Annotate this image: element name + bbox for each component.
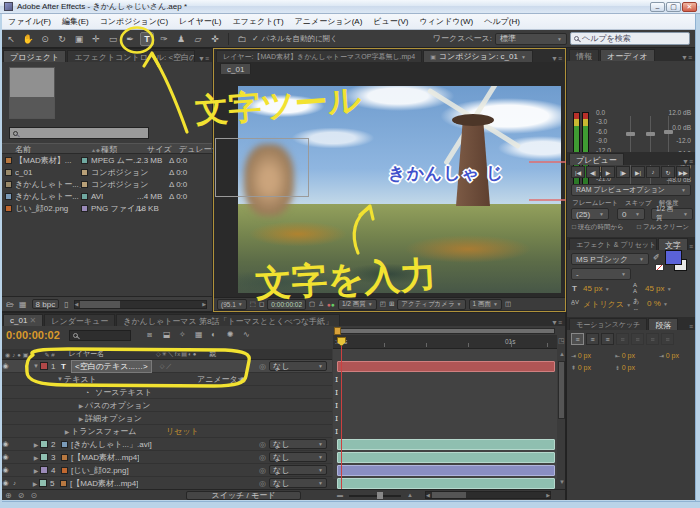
slider-handle[interactable] <box>626 132 635 136</box>
expand-icon[interactable]: ⊕ <box>5 491 12 500</box>
panel-menu-icon[interactable]: ▼≡ <box>551 319 565 326</box>
tab-project[interactable]: プロジェクト <box>3 50 66 62</box>
audio-icon[interactable]: ♪ <box>10 480 19 486</box>
scroll-down-icon[interactable]: ▼ <box>559 479 565 485</box>
first-frame-button[interactable]: |◀ <box>571 166 585 178</box>
space-before-field[interactable]: ⇞ 0 px <box>571 364 591 371</box>
layer-label-color[interactable] <box>40 362 48 370</box>
stopwatch-icon[interactable]: ◔ <box>85 389 95 396</box>
show-snapshot-icon[interactable]: ♙ <box>318 300 324 308</box>
timeline-h-scrollbar[interactable]: ◀ ▶ <box>425 491 551 499</box>
twirl-icon[interactable]: ▶ <box>32 454 40 461</box>
eye-icon[interactable]: ◉ <box>1 362 10 370</box>
close-button[interactable]: ✕ <box>682 2 697 12</box>
magnification-dropdown[interactable]: (95.1▼ <box>217 299 247 310</box>
puppet-tool-icon[interactable]: ✜ <box>208 32 222 46</box>
justify-last-left-button[interactable]: ≡ <box>616 333 629 345</box>
camera-dropdown[interactable]: アクティブカメラ▼ <box>397 299 465 310</box>
col-type[interactable]: 種類 <box>101 144 147 155</box>
source-text-row[interactable]: ◔ ソーステキスト <box>1 386 332 399</box>
menu-edit[interactable]: 編集(E) <box>62 16 89 27</box>
project-row[interactable]: 【MAD素材】... MPEG ムー... 2.3 MB Δ 0:0 <box>1 155 212 166</box>
justify-last-center-button[interactable]: ≡ <box>631 333 644 345</box>
zoom-tool-icon[interactable]: ⊙ <box>38 32 52 46</box>
last-frame-button[interactable]: ▶| <box>631 166 645 178</box>
camera-tool-icon[interactable]: ▣ <box>72 32 86 46</box>
zoom-in-icon[interactable]: ▲ <box>407 492 413 498</box>
comp-timecode[interactable]: 0:00:00:02 <box>267 299 306 310</box>
pan-behind-tool-icon[interactable]: ✛ <box>89 32 103 46</box>
layer-label-color[interactable] <box>39 479 47 487</box>
brush-tool-icon[interactable]: ✑ <box>157 32 171 46</box>
menu-help[interactable]: ヘルプ(H) <box>484 16 520 27</box>
ram-preview-button[interactable]: ▶▶ <box>676 166 690 178</box>
fill-color-swatch[interactable] <box>665 250 682 265</box>
leading-value[interactable]: 45 px ▼ <box>645 284 672 293</box>
label-color[interactable] <box>81 169 88 176</box>
label-color[interactable] <box>81 181 88 188</box>
project-columns-header[interactable]: 名前 ▲◆ 種類 サイズ デュレーシ <box>1 143 212 154</box>
prev-frame-button[interactable]: ◀| <box>586 166 600 178</box>
from-current-checkbox[interactable]: □ 現在の時間から <box>572 223 624 232</box>
selection-tool-icon[interactable]: ↖ <box>4 32 18 46</box>
twirl-icon[interactable]: ▼ <box>56 376 64 382</box>
shy-icon[interactable]: ✧ <box>179 330 186 339</box>
work-area-start-marker[interactable] <box>334 327 341 335</box>
col-size[interactable]: サイズ <box>147 144 179 155</box>
project-search-input[interactable] <box>9 127 149 139</box>
clone-stamp-tool-icon[interactable]: ♟ <box>174 32 188 46</box>
label-color[interactable] <box>81 157 88 164</box>
tab-preview[interactable]: プレビュー <box>569 153 624 165</box>
animator-add-icon[interactable]: ◉ <box>239 375 246 384</box>
tab-effects-presets[interactable]: エフェクト & プリセット <box>569 238 657 250</box>
workspace-dropdown[interactable]: 標準 ▼ <box>495 33 567 45</box>
twirl-icon[interactable]: ▶ <box>32 441 40 448</box>
menu-view[interactable]: ビュー(V) <box>373 16 408 27</box>
pickwhip-icon[interactable]: ◎ <box>259 362 266 371</box>
draft3d-icon[interactable]: ⬓ <box>163 330 171 339</box>
resolution-preview-dropdown[interactable]: 1/2 画質▼ <box>651 208 693 220</box>
text-group-row[interactable]: ▼ テキスト アニメータ: ◉ <box>1 373 332 386</box>
reset-link[interactable]: リセット <box>166 426 199 437</box>
timeline-zoom-slider[interactable] <box>349 495 401 497</box>
menu-file[interactable]: ファイル(F) <box>8 16 51 27</box>
panel-menu-icon[interactable]: ▼≡ <box>198 55 212 62</box>
layer-bar-text[interactable] <box>337 361 555 372</box>
scroll-up-icon[interactable]: ▲ <box>559 351 565 357</box>
twirl-icon[interactable]: ▶ <box>32 467 40 474</box>
pickwhip-icon[interactable]: ◎ <box>259 453 266 462</box>
twirl-icon[interactable]: ▶ <box>31 480 39 487</box>
resolution-dropdown[interactable]: 1/2 画質▼ <box>338 299 377 310</box>
frame-blend-icon[interactable]: ▦ <box>195 330 203 339</box>
current-timecode[interactable]: 0:00:00:02 <box>6 329 60 341</box>
tab-render-queue[interactable]: レンダーキュー <box>44 314 115 326</box>
tab-effect-controls[interactable]: エフェクトコントロール: <空白のテキ <box>67 50 195 62</box>
project-row[interactable]: c_01 コンポジション Δ 0:0 <box>1 167 212 178</box>
pickwhip-icon[interactable]: ◎ <box>259 466 266 475</box>
eye-icon[interactable]: ◉ <box>1 479 10 487</box>
h-scrollbar[interactable]: ◀ ▶ <box>74 300 207 309</box>
interpret-footage-icon[interactable]: 🗁 <box>6 300 14 309</box>
collapse-icon[interactable]: ⊘ <box>18 491 25 500</box>
view-layout-dropdown[interactable]: 1 画面▼ <box>469 299 502 310</box>
pixel-aspect-icon[interactable]: ◫ <box>505 300 511 308</box>
justify-all-button[interactable]: ≡ <box>661 333 674 345</box>
sort-icon[interactable]: ▲◆ <box>91 147 101 153</box>
motion-blur-icon[interactable]: ◐ <box>211 330 216 339</box>
skip-dropdown[interactable]: 0▼ <box>617 208 645 220</box>
track-area[interactable]: I I I I I <box>333 349 557 479</box>
audio-toggle-button[interactable]: ♪ <box>646 166 660 178</box>
project-row[interactable]: きかんしゃトー... AVI ...4 MB Δ 0:0 <box>1 191 212 202</box>
layer-bar-3[interactable] <box>337 452 555 463</box>
mask-visibility-icon[interactable]: ◻ <box>259 300 264 308</box>
safe-margins-icon[interactable]: ⬚ <box>250 300 256 308</box>
hand-tool-icon[interactable]: ✋ <box>21 32 35 46</box>
layer-label-color[interactable] <box>40 453 48 461</box>
project-row[interactable]: じい_顔02.png PNG ファイル 18 KB <box>1 203 212 214</box>
type-tool-icon[interactable]: T <box>140 32 154 46</box>
more-options-row[interactable]: ▶ 詳細オプション <box>1 412 332 425</box>
loop-button[interactable]: ↻ <box>661 166 675 178</box>
parent-dropdown[interactable]: なし▼ <box>269 465 327 475</box>
snapshot-icon[interactable]: ▢ <box>309 300 315 308</box>
font-style-dropdown[interactable]: -▼ <box>571 268 631 280</box>
